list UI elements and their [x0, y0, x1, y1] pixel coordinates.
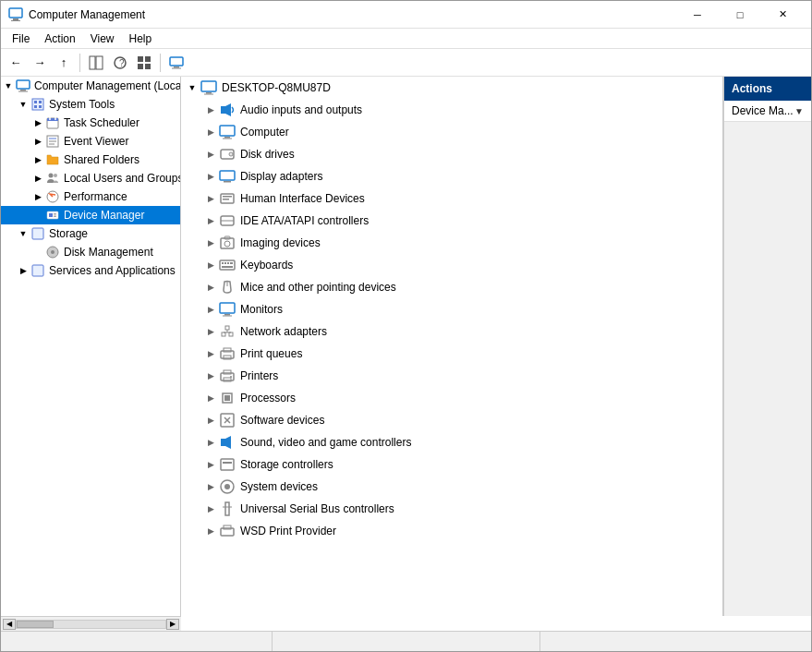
- svg-rect-20: [34, 105, 37, 108]
- svg-rect-19: [39, 101, 42, 103]
- toolbar-separator-2: [160, 54, 161, 72]
- services-chevron: ▶: [16, 263, 30, 278]
- close-button[interactable]: ✕: [761, 1, 804, 29]
- menu-help[interactable]: Help: [122, 30, 160, 47]
- svg-rect-8: [145, 56, 151, 62]
- storage-item[interactable]: ▼ Storage: [1, 224, 180, 243]
- device-processors[interactable]: ▶ Processors: [181, 387, 722, 409]
- menu-file[interactable]: File: [5, 30, 37, 47]
- device-network[interactable]: ▶ Network adapters: [181, 320, 722, 343]
- device-storage-controllers[interactable]: ▶ Storage controllers: [181, 453, 722, 476]
- storage-controllers-chevron: ▶: [203, 457, 218, 472]
- root-label: Computer Management (Local: [34, 79, 181, 92]
- disk-management-icon: [45, 245, 60, 260]
- computer-label: Computer: [240, 126, 289, 139]
- services-item[interactable]: ▶ Services and Applications: [1, 261, 180, 280]
- svg-rect-15: [20, 90, 26, 91]
- computer-chevron: ▶: [203, 125, 218, 139]
- event-viewer-label: Event Viewer: [64, 135, 128, 148]
- disk-drives-chevron: ▶: [203, 147, 218, 162]
- performance-item[interactable]: ▶ Performance: [1, 187, 180, 206]
- keyboards-icon: [218, 256, 236, 274]
- device-monitors[interactable]: ▶ Monitors: [181, 298, 722, 320]
- scrollbar-thumb[interactable]: [17, 621, 54, 628]
- device-ide[interactable]: ▶ IDE ATA/ATAPI controllers: [181, 210, 722, 232]
- device-keyboards[interactable]: ▶ Keyboards: [181, 254, 722, 276]
- device-imaging[interactable]: ▶ Imaging devices: [181, 232, 722, 254]
- device-sound-video[interactable]: ▶ Sound, video and game controllers: [181, 431, 722, 453]
- event-viewer-item[interactable]: ▶ Event Viewer: [1, 132, 180, 151]
- svg-rect-40: [32, 265, 43, 276]
- svg-point-84: [230, 376, 232, 378]
- mice-chevron: ▶: [203, 280, 218, 295]
- disk-management-label: Disk Management: [64, 246, 153, 259]
- up-button[interactable]: ↑: [53, 52, 75, 74]
- imaging-icon: [218, 234, 236, 252]
- menu-view[interactable]: View: [83, 30, 122, 47]
- svg-rect-4: [96, 56, 103, 69]
- network-chevron: ▶: [203, 324, 218, 339]
- scroll-right-arrow[interactable]: ▶: [166, 619, 179, 630]
- svg-rect-96: [225, 502, 229, 515]
- svg-point-31: [54, 174, 57, 177]
- horizontal-scrollbar[interactable]: ◀ ▶: [1, 616, 181, 631]
- actions-device-manager-item[interactable]: Device Ma... ▼: [724, 101, 811, 122]
- main-window: Computer Management ─ □ ✕ File Action Vi…: [0, 0, 812, 652]
- printers-label: Printers: [240, 369, 278, 382]
- usb-label: Universal Serial Bus controllers: [240, 502, 394, 515]
- device-software[interactable]: ▶ Software devices: [181, 409, 722, 431]
- task-scheduler-item[interactable]: ▶ Task Scheduler: [1, 114, 180, 132]
- device-disk-drives[interactable]: ▶ Disk drives: [181, 143, 722, 165]
- device-wsd[interactable]: ▶ WSD Print Provider: [181, 520, 722, 542]
- task-scheduler-label: Task Scheduler: [64, 116, 139, 129]
- menu-action[interactable]: Action: [37, 30, 82, 47]
- svg-rect-34: [49, 213, 53, 217]
- toolbar: ← → ↑ ?: [1, 49, 811, 77]
- properties-button[interactable]: ?: [109, 52, 131, 74]
- sound-video-label: Sound, video and game controllers: [240, 436, 411, 449]
- maximize-button[interactable]: □: [719, 1, 761, 29]
- disk-management-item[interactable]: Disk Management: [1, 243, 180, 261]
- svg-rect-70: [224, 314, 230, 316]
- device-system-devices[interactable]: ▶ System devices: [181, 476, 722, 498]
- tree-root[interactable]: ▼ Computer Management (Local: [1, 77, 180, 95]
- print-queues-chevron: ▶: [203, 346, 218, 361]
- svg-point-39: [51, 250, 55, 254]
- hid-chevron: ▶: [203, 191, 218, 206]
- device-manager-icon: [45, 208, 60, 223]
- svg-rect-66: [230, 262, 233, 264]
- device-computer[interactable]: ▶ Computer: [181, 121, 722, 143]
- device-audio[interactable]: ▶ Audio inputs and outputs: [181, 99, 722, 121]
- svg-rect-64: [224, 262, 226, 264]
- center-root[interactable]: ▼ DESKTOP-Q8MU87D: [181, 77, 722, 99]
- system-tools-item[interactable]: ▼ System Tools: [1, 95, 180, 114]
- print-queues-label: Print queues: [240, 347, 302, 360]
- device-manager-item[interactable]: Device Manager: [1, 206, 180, 224]
- shared-folders-item[interactable]: ▶ Shared Folders: [1, 151, 180, 169]
- storage-controllers-label: Storage controllers: [240, 458, 333, 471]
- shared-folders-icon: [45, 152, 60, 167]
- imaging-chevron: ▶: [203, 235, 218, 250]
- device-printers[interactable]: ▶ Printers: [181, 365, 722, 387]
- view-button[interactable]: [133, 52, 155, 74]
- shared-folders-label: Shared Folders: [64, 153, 139, 166]
- minimize-button[interactable]: ─: [676, 1, 719, 29]
- device-usb[interactable]: ▶ Universal Serial Bus controllers: [181, 498, 722, 520]
- back-button[interactable]: ←: [5, 52, 27, 74]
- forward-button[interactable]: →: [29, 52, 51, 74]
- svg-rect-49: [221, 150, 234, 159]
- device-display-adapters[interactable]: ▶ Display adapters: [181, 165, 722, 187]
- computer-button[interactable]: [165, 52, 188, 74]
- scroll-left-arrow[interactable]: ◀: [3, 619, 16, 630]
- device-mice[interactable]: ▶ Mice and other pointing devices: [181, 276, 722, 298]
- svg-rect-11: [170, 57, 183, 66]
- scrollbar-track[interactable]: [16, 620, 166, 629]
- printers-icon: [218, 367, 236, 385]
- software-icon: [218, 411, 236, 429]
- show-hide-button[interactable]: [85, 52, 107, 74]
- device-hid[interactable]: ▶ Human Interface Devices: [181, 187, 722, 210]
- local-users-item[interactable]: ▶ Local Users and Groups: [1, 169, 180, 187]
- svg-marker-45: [225, 103, 231, 116]
- window-title: Computer Management: [29, 8, 676, 21]
- device-print-queues[interactable]: ▶ Print queues: [181, 343, 722, 365]
